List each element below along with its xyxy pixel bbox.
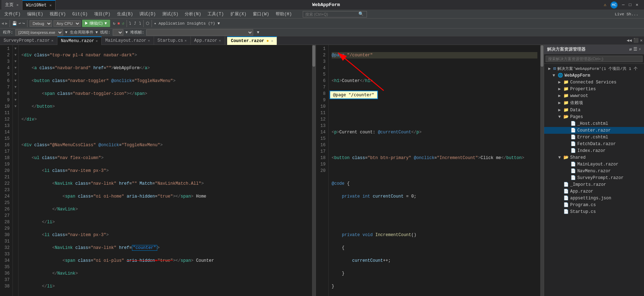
tree-shared[interactable]: ▼ 📂 Shared — [544, 154, 644, 161]
tree-dependencies[interactable]: ▶ 📁 依赖项 — [544, 99, 644, 107]
left-editor: 123 456 789 101112 131415 161718 192021 … — [0, 45, 316, 296]
tab-navmenu-close[interactable]: ✕ — [96, 39, 98, 43]
left-scroll-bar[interactable] — [312, 45, 316, 296]
cpu-select[interactable]: Any CPU — [53, 20, 81, 27]
menu-extensions[interactable]: 扩展(X) — [228, 10, 250, 18]
error-label: Error.cshtml — [577, 135, 608, 140]
toolbar-step-out[interactable]: ⤵ — [139, 21, 141, 26]
tab-startup[interactable]: Startup.cs ✕ — [154, 36, 191, 45]
toolbar-step-over[interactable]: ⤵ — [129, 21, 131, 26]
tree-connected-services[interactable]: ▶ 📁 Connected Services — [544, 79, 644, 86]
search-icon[interactable]: 🔍 — [358, 11, 364, 17]
left-code[interactable]: <div class="top-row pl-4 navbar navbar-d… — [19, 45, 312, 296]
data-expand: ▶ — [557, 107, 562, 113]
split-horiz-btn[interactable]: ⬛ — [633, 38, 639, 43]
startup-icon: 📄 — [563, 209, 569, 214]
tab-surveyprompt-close[interactable]: ✕ — [51, 39, 53, 43]
shared-expand: ▼ — [557, 155, 562, 160]
app-title: WebAppForm — [312, 2, 347, 7]
close-btn[interactable]: ✕ — [636, 2, 638, 7]
menu-debug[interactable]: 调试(D) — [137, 10, 159, 18]
win10net-tab-close[interactable]: ✕ — [50, 3, 52, 7]
tree-counter-razor[interactable]: 📄 Counter.razor — [544, 127, 644, 134]
menu-tools[interactable]: 工具(T) — [205, 10, 227, 18]
app-insights-btn[interactable]: ✦ Application Insights (?) ▼ — [154, 21, 220, 26]
right-code[interactable]: @page "/counter" <h1>Counter</h1> <p>Cur… — [329, 45, 540, 296]
tab-counterrazor-close[interactable]: ✕ — [271, 39, 273, 43]
tree-imports[interactable]: 📄 _Imports.razor — [544, 181, 644, 188]
stack-filter-btn[interactable]: ▼ — [257, 30, 259, 35]
minimize-btn[interactable]: ─ — [622, 2, 624, 7]
menu-file[interactable]: 文件(F) — [1, 10, 24, 18]
tree-wwwroot[interactable]: ▶ 📁 wwwroot — [544, 92, 644, 99]
solution-root[interactable]: ▶ ⊡ 解决方案'WebAppForm'(1 个项目/共 1 个 — [544, 65, 644, 72]
collapse-pane-btn[interactable]: ◀◀ — [627, 38, 632, 43]
solution-search-input[interactable] — [546, 56, 643, 62]
tab-counterrazor[interactable]: Counter.razor ● ✕ — [227, 36, 277, 45]
tree-error[interactable]: 📄 Error.cshtml — [544, 134, 644, 141]
tree-appsettings[interactable]: 📄 appsettings.json — [544, 195, 644, 201]
menu-project[interactable]: 项目(P) — [91, 10, 113, 18]
thread-select[interactable] — [113, 29, 123, 36]
process-select[interactable]: [2060] iisexpress.exe — [15, 29, 63, 36]
close-pane-btn[interactable]: ✕ — [640, 38, 643, 43]
tree-properties[interactable]: ▶ 📁 Properties — [544, 86, 644, 92]
toolbar-restart-btn[interactable]: ↺ — [122, 21, 124, 26]
tab-approuter-close[interactable]: ✕ — [219, 39, 221, 43]
menu-window[interactable]: 窗口(W) — [250, 10, 272, 18]
menu-test[interactable]: 测试(S) — [159, 10, 182, 18]
tab-navmenu[interactable]: NavMenu.razor ✕ — [57, 36, 102, 45]
project-icon: 🌐 — [558, 73, 563, 78]
menu-help[interactable]: 帮助(H) — [273, 10, 295, 18]
tab-mainlayout[interactable]: MainLayout.razor ✕ — [102, 36, 154, 45]
menu-view[interactable]: 视图(V) — [47, 10, 69, 18]
home-tab-close[interactable]: ✕ — [16, 3, 19, 7]
tree-fetchdata[interactable]: 📄 FetchData.razor — [544, 141, 644, 147]
tree-mainlayout[interactable]: 📄 MainLayout.razor — [544, 161, 644, 168]
breakpoints-btn[interactable]: ⬡ — [146, 21, 149, 26]
appsettings-icon: 📄 — [563, 195, 569, 201]
toolbar-back-btn[interactable]: ◀ — [1, 21, 4, 26]
toolbar-redo-btn[interactable]: ↪ — [22, 21, 25, 26]
sol-sync-btn[interactable]: ⇄ — [629, 47, 632, 52]
project-label: WebAppForm — [564, 73, 590, 78]
tree-surveyprompt[interactable]: 📄 SurveyPrompt.razor — [544, 174, 644, 181]
sol-search-btn[interactable]: ⚡ — [639, 47, 641, 52]
tree-index[interactable]: 📄 Index.razor — [544, 147, 644, 154]
tree-program[interactable]: 📄 Program.cs — [544, 201, 644, 208]
toolbar-step-in[interactable]: ⤴ — [134, 21, 136, 26]
toolbar-save-btn[interactable]: 💾 — [12, 21, 17, 26]
tree-startup[interactable]: 📄 Startup.cs — [544, 208, 644, 215]
toolbar-fwd-btn[interactable]: ▶ — [5, 21, 8, 26]
maximize-btn[interactable]: □ — [629, 2, 632, 7]
toolbar-undo-btn[interactable]: ↩ — [19, 21, 21, 26]
menu-analyze[interactable]: 分析(N) — [182, 10, 204, 18]
menu-git[interactable]: Git(G) — [70, 11, 91, 17]
tab-mainlayout-close[interactable]: ✕ — [148, 39, 150, 43]
menu-edit[interactable]: 编辑(E) — [24, 10, 46, 18]
project-node[interactable]: ▼ 🌐 WebAppForm — [544, 72, 644, 79]
tree-approuter[interactable]: 📄 App.razor — [544, 188, 644, 195]
solution-explorer-title: 解决方案资源管理器 — [547, 46, 586, 52]
sol-settings-btn[interactable]: ☰ — [633, 47, 637, 52]
right-scroll-bar[interactable] — [540, 45, 544, 296]
search-input[interactable] — [303, 11, 367, 17]
tree-pages[interactable]: ▼ 📂 Pages — [544, 113, 644, 120]
debug-mode-select[interactable]: Debug — [30, 20, 52, 27]
tab-approuter-label: App.razor — [194, 38, 218, 43]
continue-btn[interactable]: ▶ 继续(C) ▼ — [82, 20, 110, 27]
tree-navmenu[interactable]: 📄 NavMenu.razor — [544, 168, 644, 174]
tree-data[interactable]: ▶ 📁 Data — [544, 107, 644, 113]
stack-select[interactable] — [146, 29, 253, 36]
user-avatar[interactable]: MC — [610, 1, 618, 9]
tab-startup-close[interactable]: ✕ — [185, 39, 187, 43]
title-tab-win10net[interactable]: Win10Net ✕ — [22, 0, 56, 10]
toolbar-refresh-btn[interactable]: ↻ — [113, 21, 116, 26]
toolbar-stop-btn[interactable]: ■ — [117, 21, 120, 26]
tab-surveyprompt[interactable]: SurveyPrompt.razor ✕ — [0, 36, 57, 45]
title-tab-home[interactable]: 主页 ✕ — [1, 0, 22, 10]
tab-approuter[interactable]: App.razor ✕ — [191, 36, 225, 45]
menu-build[interactable]: 生成(B) — [114, 10, 136, 18]
tree-host[interactable]: 📄 _Host.cshtml — [544, 120, 644, 127]
live-share-btn[interactable]: Live Sh... — [610, 12, 643, 16]
